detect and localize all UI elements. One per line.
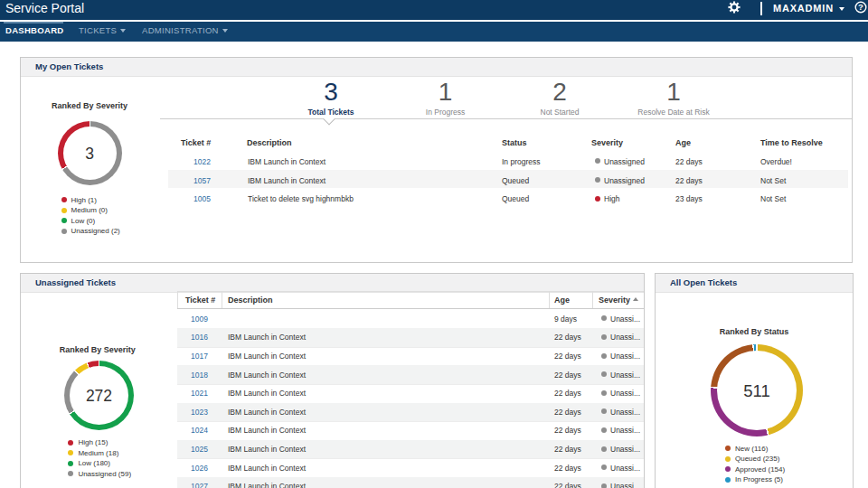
svg-text:?: ? <box>858 2 863 12</box>
